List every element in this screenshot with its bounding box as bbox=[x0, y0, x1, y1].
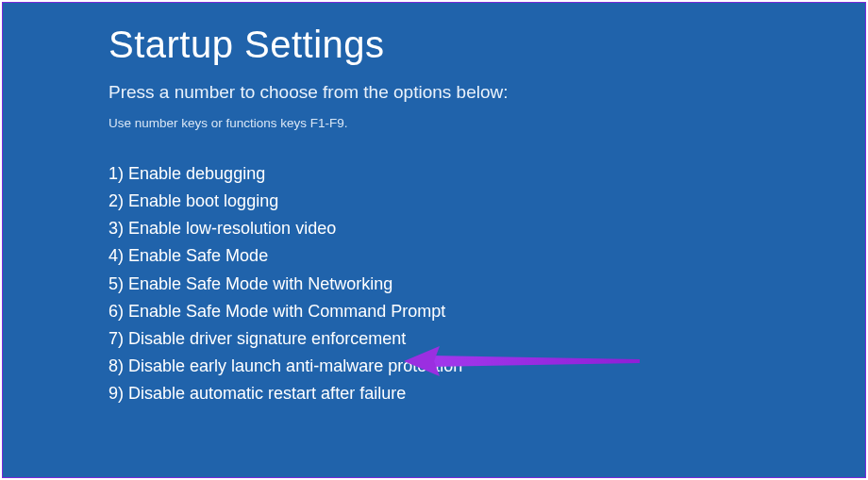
option-8[interactable]: 8) Disable early launch anti-malware pro… bbox=[108, 353, 865, 380]
option-number: 4) bbox=[108, 246, 124, 265]
option-number: 9) bbox=[108, 384, 124, 403]
option-number: 7) bbox=[108, 329, 124, 348]
page-title: Startup Settings bbox=[108, 24, 865, 65]
input-hint: Use number keys or functions keys F1-F9. bbox=[108, 116, 865, 130]
option-label: Enable low-resolution video bbox=[128, 219, 336, 238]
option-number: 3) bbox=[108, 219, 124, 238]
startup-settings-screen: Startup Settings Press a number to choos… bbox=[2, 2, 866, 478]
option-9[interactable]: 9) Disable automatic restart after failu… bbox=[108, 380, 865, 407]
option-number: 8) bbox=[108, 356, 124, 375]
option-number: 2) bbox=[108, 191, 124, 210]
option-2[interactable]: 2) Enable boot logging bbox=[108, 188, 865, 215]
option-6[interactable]: 6) Enable Safe Mode with Command Prompt bbox=[108, 298, 865, 325]
option-1[interactable]: 1) Enable debugging bbox=[108, 160, 865, 188]
option-number: 6) bbox=[108, 302, 124, 321]
option-label: Disable early launch anti-malware protec… bbox=[128, 356, 462, 375]
option-label: Enable boot logging bbox=[128, 191, 278, 210]
option-label: Enable Safe Mode bbox=[128, 246, 268, 265]
option-label: Enable Safe Mode with Networking bbox=[128, 274, 392, 293]
option-4[interactable]: 4) Enable Safe Mode bbox=[108, 242, 865, 270]
options-list: 1) Enable debugging 2) Enable boot loggi… bbox=[108, 160, 865, 407]
option-5[interactable]: 5) Enable Safe Mode with Networking bbox=[108, 271, 865, 298]
option-7[interactable]: 7) Disable driver signature enforcement bbox=[108, 325, 865, 353]
option-number: 5) bbox=[108, 274, 124, 293]
option-label: Enable Safe Mode with Command Prompt bbox=[128, 302, 445, 321]
option-label: Enable debugging bbox=[128, 164, 265, 183]
option-3[interactable]: 3) Enable low-resolution video bbox=[108, 215, 865, 242]
option-label: Disable driver signature enforcement bbox=[128, 329, 406, 348]
page-subtitle: Press a number to choose from the option… bbox=[108, 82, 865, 103]
option-label: Disable automatic restart after failure bbox=[128, 384, 406, 403]
option-number: 1) bbox=[108, 164, 124, 183]
